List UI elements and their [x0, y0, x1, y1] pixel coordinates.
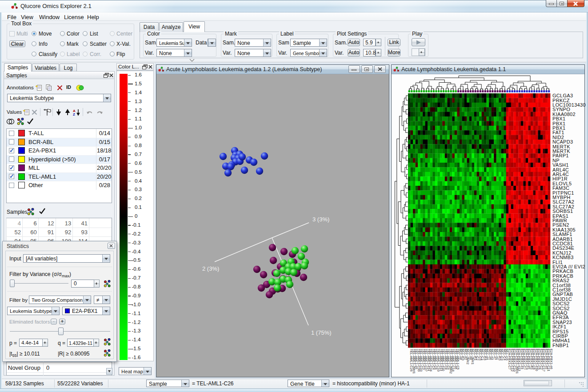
svg-text:E2A-PBX1-#6: E2A-PBX1-#6 [550, 349, 553, 369]
svg-text:Z: Z [73, 112, 75, 116]
svg-text:2 (3%): 2 (3%) [202, 265, 219, 272]
svg-text:1 (75%): 1 (75%) [311, 329, 332, 336]
svg-text:3 (3%): 3 (3%) [312, 216, 329, 223]
